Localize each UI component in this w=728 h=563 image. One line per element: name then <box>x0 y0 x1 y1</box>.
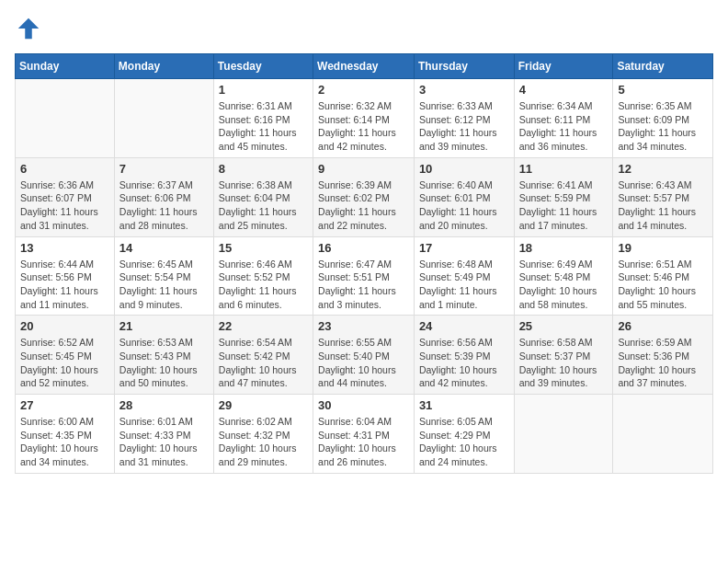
weekday-header: Saturday <box>613 54 713 79</box>
calendar-cell: 6Sunrise: 6:36 AMSunset: 6:07 PMDaylight… <box>16 157 115 236</box>
day-info: Sunrise: 6:00 AMSunset: 4:35 PMDaylight:… <box>20 415 109 469</box>
day-info: Sunrise: 6:46 AMSunset: 5:52 PMDaylight:… <box>219 258 308 312</box>
page-header <box>15 15 713 42</box>
calendar-cell <box>114 79 213 158</box>
calendar-cell: 4Sunrise: 6:34 AMSunset: 6:11 PMDaylight… <box>514 79 613 158</box>
day-number: 2 <box>318 83 409 97</box>
calendar-cell: 8Sunrise: 6:38 AMSunset: 6:04 PMDaylight… <box>213 157 313 236</box>
calendar-cell: 31Sunrise: 6:05 AMSunset: 4:29 PMDayligh… <box>414 395 514 474</box>
day-info: Sunrise: 6:38 AMSunset: 6:04 PMDaylight:… <box>219 178 308 233</box>
day-number: 1 <box>219 83 308 97</box>
day-info: Sunrise: 6:59 AMSunset: 5:36 PMDaylight:… <box>618 336 708 390</box>
calendar-table: SundayMondayTuesdayWednesdayThursdayFrid… <box>15 53 713 474</box>
day-info: Sunrise: 6:33 AMSunset: 6:12 PMDaylight:… <box>419 99 509 154</box>
weekday-header: Monday <box>114 54 213 79</box>
calendar-cell: 11Sunrise: 6:41 AMSunset: 5:59 PMDayligh… <box>514 157 613 236</box>
day-number: 30 <box>318 398 409 412</box>
calendar-week-row: 6Sunrise: 6:36 AMSunset: 6:07 PMDaylight… <box>16 157 713 236</box>
day-number: 28 <box>119 398 209 412</box>
weekday-header: Friday <box>514 54 613 79</box>
day-info: Sunrise: 6:34 AMSunset: 6:11 PMDaylight:… <box>519 99 609 154</box>
calendar-cell <box>514 395 613 474</box>
calendar-cell <box>16 79 115 158</box>
day-number: 6 <box>20 162 109 176</box>
day-info: Sunrise: 6:54 AMSunset: 5:42 PMDaylight:… <box>219 336 308 390</box>
day-number: 11 <box>519 162 609 176</box>
day-info: Sunrise: 6:49 AMSunset: 5:48 PMDaylight:… <box>519 258 609 312</box>
day-info: Sunrise: 6:36 AMSunset: 6:07 PMDaylight:… <box>20 178 109 233</box>
calendar-cell: 15Sunrise: 6:46 AMSunset: 5:52 PMDayligh… <box>213 236 313 316</box>
day-info: Sunrise: 6:51 AMSunset: 5:46 PMDaylight:… <box>618 258 708 312</box>
calendar-cell: 29Sunrise: 6:02 AMSunset: 4:32 PMDayligh… <box>213 395 313 474</box>
day-info: Sunrise: 6:47 AMSunset: 5:51 PMDaylight:… <box>318 258 409 312</box>
day-info: Sunrise: 6:41 AMSunset: 5:59 PMDaylight:… <box>519 178 609 233</box>
day-number: 7 <box>119 162 209 176</box>
day-number: 14 <box>119 241 209 255</box>
day-info: Sunrise: 6:31 AMSunset: 6:16 PMDaylight:… <box>219 99 308 154</box>
day-number: 19 <box>618 241 708 255</box>
day-number: 10 <box>419 162 509 176</box>
day-info: Sunrise: 6:01 AMSunset: 4:33 PMDaylight:… <box>119 415 209 469</box>
day-info: Sunrise: 6:52 AMSunset: 5:45 PMDaylight:… <box>20 336 109 390</box>
calendar-cell: 7Sunrise: 6:37 AMSunset: 6:06 PMDaylight… <box>114 157 213 236</box>
day-number: 24 <box>419 319 509 333</box>
day-number: 23 <box>318 319 409 333</box>
calendar-cell <box>613 395 713 474</box>
calendar-cell: 24Sunrise: 6:56 AMSunset: 5:39 PMDayligh… <box>414 316 514 395</box>
day-number: 26 <box>618 319 708 333</box>
svg-marker-0 <box>18 18 40 40</box>
calendar-cell: 13Sunrise: 6:44 AMSunset: 5:56 PMDayligh… <box>16 236 115 316</box>
day-number: 20 <box>20 319 109 333</box>
weekday-header: Thursday <box>414 54 514 79</box>
calendar-week-row: 13Sunrise: 6:44 AMSunset: 5:56 PMDayligh… <box>16 236 713 316</box>
day-number: 17 <box>419 241 509 255</box>
day-number: 3 <box>419 83 509 97</box>
calendar-cell: 26Sunrise: 6:59 AMSunset: 5:36 PMDayligh… <box>613 316 713 395</box>
calendar-cell: 25Sunrise: 6:58 AMSunset: 5:37 PMDayligh… <box>514 316 613 395</box>
day-info: Sunrise: 6:02 AMSunset: 4:32 PMDaylight:… <box>219 415 308 469</box>
day-number: 4 <box>519 83 609 97</box>
calendar-cell: 28Sunrise: 6:01 AMSunset: 4:33 PMDayligh… <box>114 395 213 474</box>
weekday-header: Wednesday <box>313 54 415 79</box>
logo <box>15 15 48 42</box>
calendar-cell: 16Sunrise: 6:47 AMSunset: 5:51 PMDayligh… <box>313 236 415 316</box>
calendar-cell: 5Sunrise: 6:35 AMSunset: 6:09 PMDaylight… <box>613 79 713 158</box>
calendar-cell: 21Sunrise: 6:53 AMSunset: 5:43 PMDayligh… <box>114 316 213 395</box>
day-number: 18 <box>519 241 609 255</box>
day-info: Sunrise: 6:56 AMSunset: 5:39 PMDaylight:… <box>419 336 509 390</box>
day-info: Sunrise: 6:39 AMSunset: 6:02 PMDaylight:… <box>318 178 409 233</box>
calendar-cell: 30Sunrise: 6:04 AMSunset: 4:31 PMDayligh… <box>313 395 415 474</box>
calendar-week-row: 20Sunrise: 6:52 AMSunset: 5:45 PMDayligh… <box>16 316 713 395</box>
day-number: 12 <box>618 162 708 176</box>
calendar-header-row: SundayMondayTuesdayWednesdayThursdayFrid… <box>16 54 713 79</box>
calendar-cell: 23Sunrise: 6:55 AMSunset: 5:40 PMDayligh… <box>313 316 415 395</box>
day-info: Sunrise: 6:37 AMSunset: 6:06 PMDaylight:… <box>119 178 209 233</box>
day-number: 31 <box>419 398 509 412</box>
day-info: Sunrise: 6:35 AMSunset: 6:09 PMDaylight:… <box>618 99 708 154</box>
day-info: Sunrise: 6:43 AMSunset: 5:57 PMDaylight:… <box>618 178 708 233</box>
calendar-cell: 17Sunrise: 6:48 AMSunset: 5:49 PMDayligh… <box>414 236 514 316</box>
calendar-cell: 19Sunrise: 6:51 AMSunset: 5:46 PMDayligh… <box>613 236 713 316</box>
day-info: Sunrise: 6:04 AMSunset: 4:31 PMDaylight:… <box>318 415 409 469</box>
calendar-cell: 12Sunrise: 6:43 AMSunset: 5:57 PMDayligh… <box>613 157 713 236</box>
day-info: Sunrise: 6:58 AMSunset: 5:37 PMDaylight:… <box>519 336 609 390</box>
day-number: 5 <box>618 83 708 97</box>
calendar-cell: 9Sunrise: 6:39 AMSunset: 6:02 PMDaylight… <box>313 157 415 236</box>
day-number: 27 <box>20 398 109 412</box>
day-number: 21 <box>119 319 209 333</box>
day-info: Sunrise: 6:48 AMSunset: 5:49 PMDaylight:… <box>419 258 509 312</box>
calendar-cell: 20Sunrise: 6:52 AMSunset: 5:45 PMDayligh… <box>16 316 115 395</box>
calendar-cell: 1Sunrise: 6:31 AMSunset: 6:16 PMDaylight… <box>213 79 313 158</box>
calendar-cell: 3Sunrise: 6:33 AMSunset: 6:12 PMDaylight… <box>414 79 514 158</box>
day-info: Sunrise: 6:45 AMSunset: 5:54 PMDaylight:… <box>119 258 209 312</box>
calendar-cell: 2Sunrise: 6:32 AMSunset: 6:14 PMDaylight… <box>313 79 415 158</box>
day-info: Sunrise: 6:32 AMSunset: 6:14 PMDaylight:… <box>318 99 409 154</box>
calendar-cell: 14Sunrise: 6:45 AMSunset: 5:54 PMDayligh… <box>114 236 213 316</box>
day-info: Sunrise: 6:53 AMSunset: 5:43 PMDaylight:… <box>119 336 209 390</box>
day-info: Sunrise: 6:55 AMSunset: 5:40 PMDaylight:… <box>318 336 409 390</box>
calendar-week-row: 1Sunrise: 6:31 AMSunset: 6:16 PMDaylight… <box>16 79 713 158</box>
weekday-header: Sunday <box>16 54 115 79</box>
weekday-header: Tuesday <box>213 54 313 79</box>
calendar-cell: 27Sunrise: 6:00 AMSunset: 4:35 PMDayligh… <box>16 395 115 474</box>
logo-icon <box>15 15 42 42</box>
